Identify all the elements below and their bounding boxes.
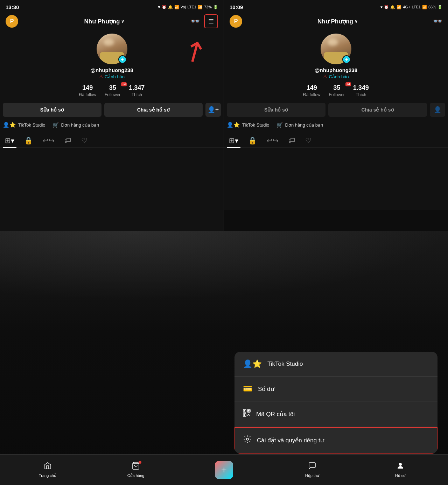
status-icons-right: ♥ ⏰ 🔔 📶 4G+ LTE1 📶 66% 🔋 bbox=[380, 5, 442, 9]
username-nav-left[interactable]: Như Phượng ∨ bbox=[84, 18, 125, 25]
bottom-section: 👤⭐ TikTok Studio 💳 Số dư bbox=[0, 231, 448, 485]
nav-home-label: Trang chủ bbox=[39, 473, 56, 478]
time-right: 10:09 bbox=[230, 4, 243, 10]
profile-handle-left: @nhuphuong238 bbox=[90, 67, 133, 73]
stat-likes-left[interactable]: 1.347 Thích bbox=[129, 84, 145, 97]
profile-section-left: + @nhuphuong238 ⚠ Cảnh báo bbox=[0, 30, 224, 79]
avatar-p-right: P bbox=[230, 15, 242, 28]
right-panel: 10:09 ♥ ⏰ 🔔 📶 4G+ LTE1 📶 66% 🔋 P Như Phư… bbox=[224, 0, 448, 231]
links-row-left: 👤⭐ TikTok Studio 🛒 Đơn hàng của bạn bbox=[0, 122, 224, 128]
left-panel: 13:30 ♥ ⏰ 🔔 📶 Vo| LTE1 📶 73% 🔋 P Như Phư… bbox=[0, 0, 224, 231]
add-friend-button-left[interactable]: 👤+ bbox=[205, 103, 221, 117]
svg-rect-6 bbox=[247, 414, 248, 414]
glasses-icon[interactable]: 👓 bbox=[190, 17, 200, 26]
tabs-row-left: ⊞▾ 🔒 ↩↪ 🏷 ♡ bbox=[0, 134, 224, 148]
tab-repost-left[interactable]: ↩↪ bbox=[41, 134, 57, 148]
tab-likes-left[interactable]: ♡ bbox=[79, 134, 90, 148]
nav-shop[interactable]: Cửa hàng bbox=[92, 462, 180, 478]
shop-icon bbox=[132, 462, 140, 472]
menu-item-qr[interactable]: Mã QR của tôi bbox=[234, 401, 438, 427]
tiktok-studio-link-right[interactable]: 👤⭐ TikTok Studio bbox=[227, 122, 270, 128]
warning-text-left: Cảnh báo bbox=[105, 74, 125, 79]
nav-inbox[interactable]: Hộp thư bbox=[268, 462, 356, 478]
top-nav-right: P Như Phượng ∨ 👓 bbox=[224, 13, 448, 30]
stat-follower-right[interactable]: 35 +4 Follower bbox=[329, 84, 344, 97]
bottom-nav: Trang chủ Cửa hàng + bbox=[0, 454, 448, 485]
tab-repost-right[interactable]: ↩↪ bbox=[265, 134, 281, 148]
svg-rect-8 bbox=[247, 415, 248, 416]
menu-button[interactable]: ☰ bbox=[204, 14, 218, 28]
action-row-left: Sửa hồ sơ Chia sẻ hồ sơ 👤+ bbox=[0, 103, 224, 117]
warning-row-right: ⚠ Cảnh báo bbox=[323, 74, 349, 79]
username-nav-right[interactable]: Như Phượng ∨ bbox=[317, 18, 358, 25]
tab-tagged-right[interactable]: 🏷 bbox=[286, 134, 298, 148]
studio-icon-left: 👤⭐ bbox=[3, 122, 16, 128]
orders-link-right[interactable]: 🛒 Đơn hàng của bạn bbox=[276, 122, 323, 128]
settings-menu-icon bbox=[244, 435, 251, 445]
add-friend-button-right[interactable]: 👤 bbox=[430, 103, 445, 117]
edit-profile-button-left[interactable]: Sửa hồ sơ bbox=[3, 103, 102, 117]
chevron-down-icon: ∨ bbox=[121, 19, 124, 24]
svg-rect-3 bbox=[248, 410, 250, 412]
nav-right-left: 👓 ☰ bbox=[190, 14, 218, 28]
chevron-down-icon-right: ∨ bbox=[355, 19, 358, 24]
stat-follower-left[interactable]: 35 +4 Follower bbox=[105, 84, 120, 97]
tiktok-studio-link-left[interactable]: 👤⭐ TikTok Studio bbox=[3, 122, 46, 128]
profile-handle-right: @nhuphuong238 bbox=[315, 67, 357, 73]
nav-shop-label: Cửa hàng bbox=[127, 473, 145, 478]
menu-item-balance[interactable]: 💳 Số dư bbox=[234, 377, 438, 401]
nav-home[interactable]: Trang chủ bbox=[4, 462, 92, 478]
status-bar-right: 10:09 ♥ ⏰ 🔔 📶 4G+ LTE1 📶 66% 🔋 bbox=[224, 0, 448, 13]
svg-rect-10 bbox=[248, 414, 249, 415]
svg-rect-5 bbox=[244, 414, 245, 416]
stat-follow-right[interactable]: 149 Đã follow bbox=[303, 84, 320, 97]
tab-grid-left[interactable]: ⊞▾ bbox=[3, 134, 16, 148]
tab-lock-left[interactable]: 🔒 bbox=[22, 134, 35, 148]
svg-point-11 bbox=[246, 438, 248, 440]
cart-icon-right: 🛒 bbox=[276, 122, 283, 128]
home-icon bbox=[43, 462, 52, 472]
menu-item-settings[interactable]: Cài đặt và quyền riêng tư bbox=[234, 427, 438, 454]
tabs-row-right: ⊞▾ 🔒 ↩↪ 🏷 ♡ bbox=[224, 134, 448, 148]
avatar-wrap-right: + bbox=[321, 34, 351, 64]
studio-icon-right: 👤⭐ bbox=[227, 122, 240, 128]
avatar-wrap-left: + bbox=[97, 34, 127, 64]
cart-icon-left: 🛒 bbox=[52, 122, 59, 128]
orders-link-left[interactable]: 🛒 Đơn hàng của bạn bbox=[52, 122, 99, 128]
time-left: 13:30 bbox=[6, 4, 19, 10]
status-bar-left: 13:30 ♥ ⏰ 🔔 📶 Vo| LTE1 📶 73% 🔋 bbox=[0, 0, 224, 13]
svg-rect-1 bbox=[244, 410, 245, 412]
warning-icon-left: ⚠ bbox=[99, 74, 103, 79]
warning-text-right: Cảnh báo bbox=[329, 74, 349, 79]
svg-point-13 bbox=[399, 463, 402, 466]
tab-likes-right[interactable]: ♡ bbox=[303, 134, 314, 148]
tab-grid-right[interactable]: ⊞▾ bbox=[227, 134, 240, 148]
share-profile-button-left[interactable]: Chia sẻ hồ sơ bbox=[104, 103, 203, 117]
svg-rect-9 bbox=[249, 415, 250, 416]
edit-profile-button-right[interactable]: Sửa hồ sơ bbox=[227, 103, 326, 117]
nav-profile[interactable]: Hồ sơ bbox=[356, 462, 444, 478]
warning-icon-right: ⚠ bbox=[323, 74, 327, 79]
nav-inbox-label: Hộp thư bbox=[305, 473, 319, 478]
share-profile-button-right[interactable]: Chia sẻ hồ sơ bbox=[328, 103, 427, 117]
profile-section-right: + @nhuphuong238 ⚠ Cảnh báo bbox=[224, 30, 448, 79]
glasses-icon-right[interactable]: 👓 bbox=[433, 17, 442, 26]
nav-profile-label: Hồ sơ bbox=[395, 473, 406, 478]
add-follow-button-left[interactable]: + bbox=[118, 55, 127, 64]
follower-badge-right: +4 bbox=[345, 82, 351, 86]
create-button[interactable]: + bbox=[215, 461, 233, 479]
tab-tagged-left[interactable]: 🏷 bbox=[62, 134, 74, 148]
stat-follow-left[interactable]: 149 Đã follow bbox=[79, 84, 96, 97]
inbox-icon bbox=[308, 462, 316, 472]
qr-menu-icon bbox=[243, 409, 251, 419]
nav-create[interactable]: + bbox=[180, 461, 268, 479]
stat-likes-right[interactable]: 1.349 Thích bbox=[353, 84, 369, 97]
add-follow-button-right[interactable]: + bbox=[342, 55, 351, 64]
shop-badge bbox=[139, 461, 141, 464]
action-row-right: Sửa hồ sơ Chia sẻ hồ sơ 👤 bbox=[224, 103, 448, 117]
follower-badge-left: +4 bbox=[121, 82, 127, 86]
balance-menu-icon: 💳 bbox=[243, 384, 252, 393]
tab-lock-right[interactable]: 🔒 bbox=[246, 134, 259, 148]
links-row-right: 👤⭐ TikTok Studio 🛒 Đơn hàng của bạn bbox=[224, 122, 448, 128]
menu-item-studio[interactable]: 👤⭐ TikTok Studio bbox=[234, 352, 438, 377]
